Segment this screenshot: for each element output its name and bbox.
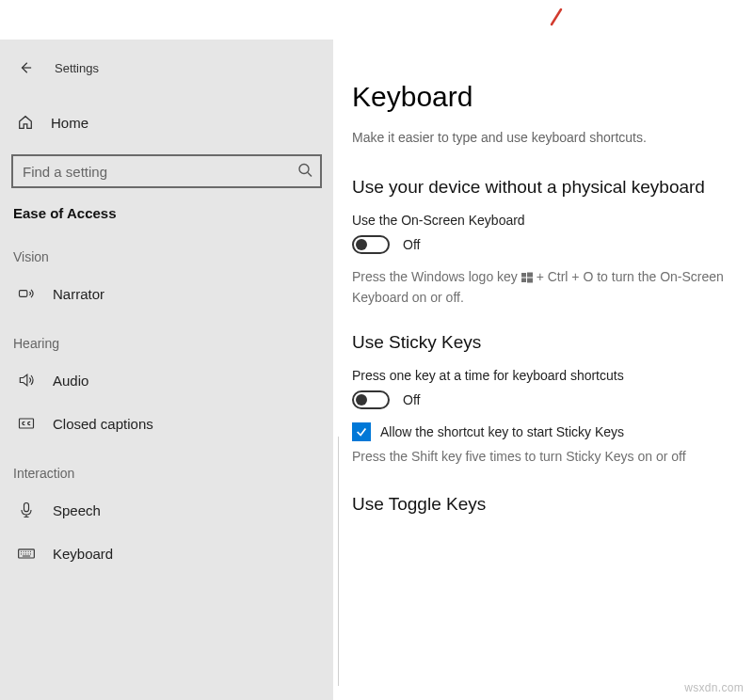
nav-home[interactable]: Home	[0, 102, 333, 143]
nav-narrator[interactable]: Narrator	[0, 272, 333, 315]
panel-divider	[338, 437, 339, 686]
sticky-toggle[interactable]	[352, 390, 390, 409]
nav-item-label: Narrator	[53, 286, 104, 302]
settings-sidebar: Settings Home Ease of Access Vision Narr…	[0, 40, 333, 700]
group-interaction-label: Interaction	[0, 445, 333, 488]
nav-item-label: Audio	[53, 373, 88, 389]
osk-label: Use the On-Screen Keyboard	[352, 213, 753, 228]
nav-keyboard[interactable]: Keyboard	[0, 532, 333, 575]
app-title: Settings	[55, 61, 99, 75]
sticky-toggle-state: Off	[403, 392, 420, 407]
sticky-hint: Press the Shift key five times to turn S…	[352, 447, 753, 466]
narrator-icon	[17, 284, 36, 303]
nav-home-label: Home	[51, 115, 88, 131]
page-description: Make it easier to type and use keyboard …	[352, 130, 753, 145]
search-wrap	[11, 154, 322, 188]
nav-item-label: Keyboard	[53, 546, 113, 562]
speech-icon	[17, 501, 36, 519]
svg-rect-1	[20, 291, 27, 297]
svg-rect-3	[24, 503, 29, 512]
search-input[interactable]	[11, 154, 322, 188]
group-hearing-label: Hearing	[0, 315, 333, 358]
category-title: Ease of Access	[0, 188, 333, 229]
osk-hint: Press the Windows logo key + Ctrl + O to…	[352, 267, 753, 308]
annotation-mark	[550, 8, 563, 26]
osk-toggle[interactable]	[352, 235, 390, 254]
top-blank-area	[0, 0, 753, 40]
svg-rect-7	[521, 278, 526, 283]
nav-speech[interactable]: Speech	[0, 488, 333, 532]
svg-rect-5	[521, 273, 526, 278]
closed-captions-icon	[17, 414, 36, 433]
section-toggle-keys: Use Toggle Keys	[352, 494, 753, 515]
nav-closed-captions[interactable]: Closed captions	[0, 402, 333, 445]
windows-logo-icon	[521, 269, 533, 288]
main-panel: Keyboard Make it easier to type and use …	[333, 40, 753, 700]
keyboard-icon	[17, 544, 36, 563]
svg-rect-8	[527, 278, 533, 283]
nav-audio[interactable]: Audio	[0, 358, 333, 402]
svg-rect-2	[20, 419, 34, 428]
svg-point-0	[299, 165, 309, 174]
sticky-checkbox-label: Allow the shortcut key to start Sticky K…	[380, 424, 624, 439]
svg-rect-6	[527, 273, 533, 278]
home-icon	[17, 114, 34, 131]
back-button[interactable]	[19, 61, 32, 74]
page-title: Keyboard	[352, 81, 753, 113]
watermark: wsxdn.com	[684, 681, 744, 694]
header-row: Settings	[0, 47, 333, 88]
section-sticky-keys: Use Sticky Keys	[352, 332, 753, 353]
search-icon	[297, 163, 312, 181]
nav-item-label: Speech	[53, 502, 101, 518]
sticky-label: Press one key at a time for keyboard sho…	[352, 368, 753, 383]
group-vision-label: Vision	[0, 229, 333, 272]
section-no-physical-keyboard: Use your device without a physical keybo…	[352, 177, 753, 198]
osk-hint-pre: Press the Windows logo key	[352, 269, 521, 284]
nav-item-label: Closed captions	[53, 416, 153, 432]
audio-icon	[17, 371, 36, 390]
osk-toggle-state: Off	[403, 237, 420, 252]
sticky-shortcut-checkbox[interactable]	[352, 422, 371, 441]
